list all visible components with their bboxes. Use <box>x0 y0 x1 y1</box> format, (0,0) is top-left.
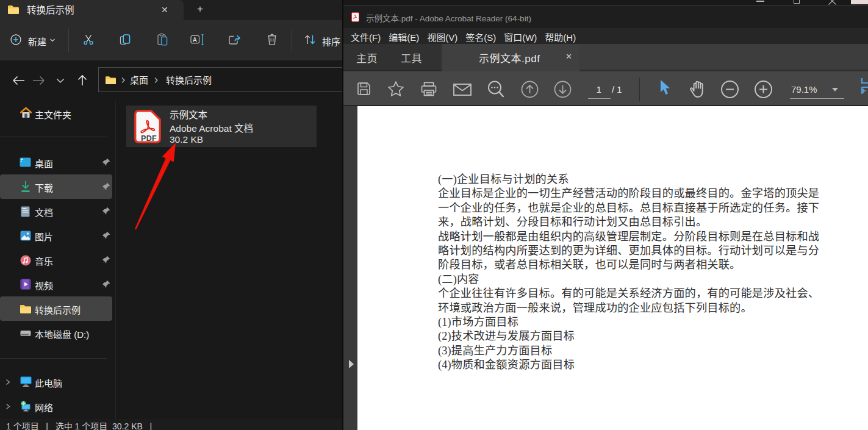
svg-text:A: A <box>193 37 197 43</box>
